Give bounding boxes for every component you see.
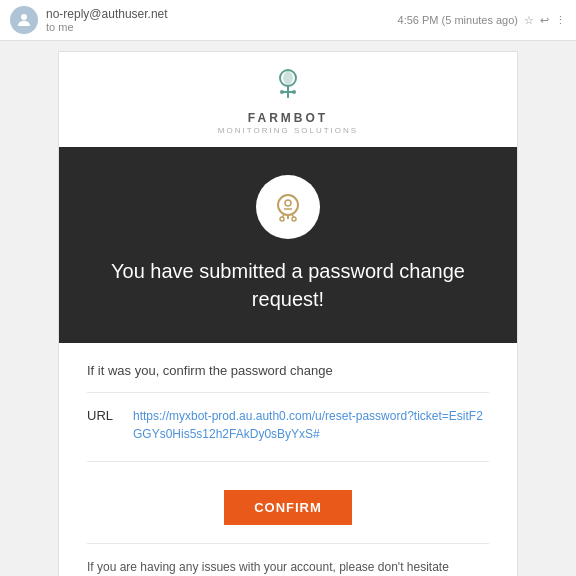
email-header-row: no-reply@authuser.net to me 4:56 PM (5 m…	[0, 0, 576, 41]
content-area: If it was you, confirm the password chan…	[59, 343, 517, 576]
to-me-label: to me	[46, 21, 390, 33]
sender-info: no-reply@authuser.net to me	[46, 7, 390, 33]
notice-text: If you are having any issues with your a…	[87, 544, 489, 576]
reset-url-link[interactable]: https://myxbot-prod.au.auth0.com/u/reset…	[133, 407, 489, 443]
svg-point-0	[21, 14, 27, 20]
svg-line-13	[292, 215, 294, 217]
confirm-button[interactable]: CONFIRM	[224, 490, 352, 525]
svg-point-4	[280, 90, 284, 94]
brand-name: FARMBOT	[69, 111, 507, 125]
avatar	[10, 6, 38, 34]
svg-point-6	[278, 195, 298, 215]
svg-point-10	[280, 217, 284, 221]
reply-icon[interactable]: ↩	[540, 14, 549, 27]
hero-icon-circle	[256, 175, 320, 239]
notice-line1: If you are having any issues with your a…	[87, 560, 449, 576]
confirm-text: If it was you, confirm the password chan…	[87, 363, 489, 393]
brand-subtitle: MONITORING SOLUTIONS	[69, 126, 507, 135]
hero-banner: You have submitted a password change req…	[59, 147, 517, 343]
more-icon[interactable]: ⋮	[555, 14, 566, 27]
logo-area: FARMBOT MONITORING SOLUTIONS	[59, 52, 517, 147]
email-container: FARMBOT MONITORING SOLUTIONS You have su…	[58, 51, 518, 576]
url-row: URL https://myxbot-prod.au.auth0.com/u/r…	[87, 407, 489, 462]
confirm-btn-area: CONFIRM	[87, 480, 489, 544]
svg-line-12	[282, 215, 284, 217]
svg-point-7	[285, 200, 291, 206]
url-label: URL	[87, 407, 117, 423]
star-icon[interactable]: ☆	[524, 14, 534, 27]
email-body-wrapper: FARMBOT MONITORING SOLUTIONS You have su…	[0, 41, 576, 576]
svg-point-5	[292, 90, 296, 94]
email-timestamp: 4:56 PM (5 minutes ago) ☆ ↩ ⋮	[398, 14, 566, 27]
sender-email: no-reply@authuser.net	[46, 7, 390, 21]
farmbot-logo-icon	[273, 68, 303, 107]
hero-title: You have submitted a password change req…	[89, 257, 487, 313]
timestamp-text: 4:56 PM (5 minutes ago)	[398, 14, 518, 26]
svg-point-11	[292, 217, 296, 221]
